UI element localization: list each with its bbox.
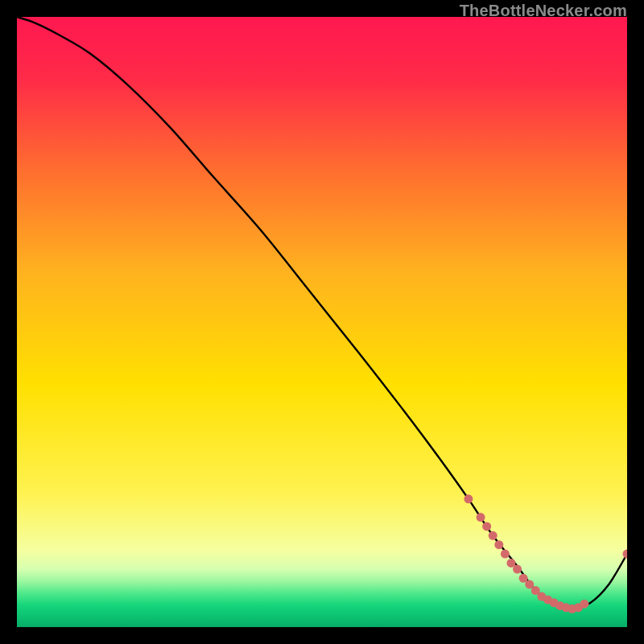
data-point (580, 600, 588, 609)
data-point (489, 531, 497, 540)
data-point (464, 494, 473, 503)
bottleneck-chart (17, 17, 627, 627)
data-point (494, 540, 503, 549)
data-point (513, 564, 522, 573)
data-point (482, 522, 491, 530)
gradient-background (17, 17, 627, 627)
data-point (501, 550, 510, 559)
chart-stage: TheBottleNecker.com (0, 0, 644, 644)
data-point (477, 513, 485, 522)
